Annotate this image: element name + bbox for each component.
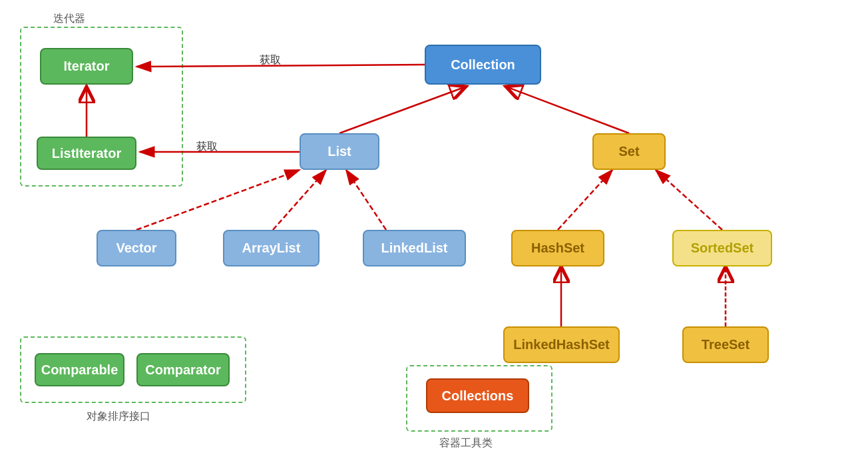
- svg-line-6: [339, 87, 466, 133]
- diagram-container: 迭代器 对象排序接口 容器工具类: [0, 0, 868, 453]
- node-set: Set: [592, 133, 666, 170]
- node-comparator: Comparator: [136, 353, 230, 386]
- node-comparable: Comparable: [35, 353, 124, 386]
- node-list: List: [300, 133, 379, 170]
- svg-line-9: [273, 170, 326, 230]
- node-linkedhashset: LinkedHashSet: [503, 326, 620, 363]
- node-collection: Collection: [425, 45, 541, 85]
- node-list-iterator: ListIterator: [37, 137, 136, 170]
- node-linkedlist: LinkedList: [363, 230, 466, 266]
- iterator-box-label: 迭代器: [53, 12, 85, 26]
- node-treeset: TreeSet: [682, 326, 769, 363]
- sorting-box-label: 对象排序接口: [87, 410, 150, 424]
- svg-line-12: [656, 170, 722, 230]
- node-hashset: HashSet: [511, 230, 604, 266]
- node-collections: Collections: [426, 378, 529, 413]
- node-iterator: Iterator: [40, 48, 133, 85]
- get-label-1: 获取: [260, 53, 281, 67]
- node-vector: Vector: [97, 230, 176, 266]
- svg-line-11: [558, 170, 612, 230]
- node-sortedset: SortedSet: [672, 230, 772, 266]
- svg-line-7: [506, 87, 629, 133]
- collections-box-label: 容器工具类: [439, 436, 493, 450]
- get-label-2: 获取: [196, 140, 218, 154]
- node-arraylist: ArrayList: [223, 230, 320, 266]
- svg-line-10: [346, 170, 386, 230]
